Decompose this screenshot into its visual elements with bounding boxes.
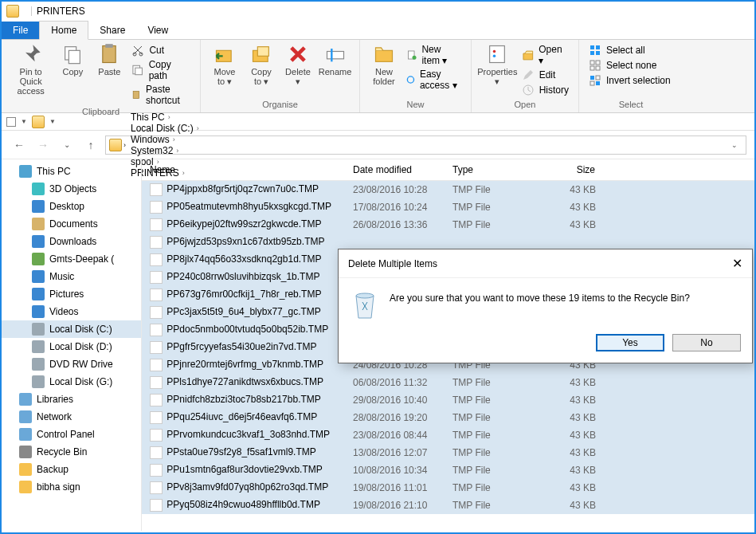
open-button[interactable]: Open ▾ [519, 43, 572, 67]
address-bar[interactable]: › This PC›Local Disk (C:)›Windows›System… [105, 135, 746, 155]
file-name: PP8jlx74qq56o33xsdknq2gb1d.TMP [166, 253, 321, 265]
file-name: PP6eikypej02ftw99szr2gkwcde.TMP [166, 218, 321, 230]
file-date: 23/08/2016 08:44 [345, 427, 445, 443]
file-row[interactable]: PPrvomkundcuc3kvaf1_3o83nhd.TMP23/08/201… [142, 426, 754, 444]
history-button[interactable]: History [519, 83, 572, 97]
file-icon [150, 446, 163, 459]
rename-button[interactable]: Rename [317, 41, 353, 78]
tree-item[interactable]: Recycle Bin [2, 443, 141, 461]
list-header[interactable]: Name Date modified Type Size [142, 159, 754, 181]
file-row[interactable]: PP4jppxb8fgr5rtj0qz7cwn7u0c.TMP23/08/201… [142, 181, 754, 198]
tree-item[interactable]: Network [2, 408, 141, 426]
tree-item[interactable]: Videos [2, 303, 141, 320]
file-date: 19/08/2016 21:10 [345, 497, 445, 513]
no-button[interactable]: No [672, 334, 741, 351]
select-none-button[interactable]: Select none [586, 58, 674, 73]
new-folder-button[interactable]: New folder [366, 41, 402, 88]
file-row[interactable]: PPu1smtn6gaf8ur3dovtie29vxb.TMP10/08/201… [142, 461, 754, 479]
svg-rect-14 [376, 50, 393, 61]
file-row[interactable]: PPv8j3amv9fd07yq8h0p62ro3qd.TMP19/08/201… [142, 479, 754, 497]
file-icon [150, 429, 163, 442]
select-all-button[interactable]: Select all [586, 43, 674, 57]
paste-shortcut-icon [131, 88, 141, 101]
breadcrumb-item[interactable]: Local Disk (C:)› [127, 123, 202, 134]
nav-tree[interactable]: This PC3D ObjectsDesktopDocumentsDownloa… [2, 159, 142, 531]
breadcrumb-item[interactable]: This PC› [127, 112, 202, 123]
tab-share[interactable]: Share [88, 22, 136, 39]
breadcrumb-item[interactable]: System32› [127, 145, 202, 156]
copy-path-button[interactable]: Copy path [128, 58, 194, 82]
tree-item[interactable]: Control Panel [2, 426, 141, 443]
column-type[interactable]: Type [445, 159, 524, 180]
file-row[interactable]: PPls1dhye727anikdtwsx6xbucs.TMP06/08/201… [142, 374, 754, 391]
back-button[interactable]: ← [10, 135, 29, 155]
tree-item[interactable]: 3D Objects [2, 180, 141, 198]
file-row[interactable]: PPqu254iuvc_d6ej5r46eavfq6.TMP28/08/2016… [142, 409, 754, 426]
file-name: PPyq508iz4h9cwuo489hffllb0d.TMP [166, 499, 320, 510]
new-folder-icon [373, 43, 395, 65]
file-name: PPc3jax5t5t9_6u4_blybx77_gc.TMP [166, 306, 320, 317]
tree-item[interactable]: Pictures [2, 285, 141, 303]
column-size[interactable]: Size [524, 159, 604, 180]
file-row[interactable]: PP05eatmutevmh8hyu5kxsgkcgd.TMP17/08/201… [142, 198, 754, 216]
invert-selection-button[interactable]: Invert selection [586, 73, 674, 88]
properties-button[interactable]: Properties ▾ [478, 41, 517, 88]
svg-rect-3 [106, 44, 113, 48]
tree-item[interactable]: Local Disk (C:) [2, 320, 141, 338]
tree-item[interactable]: Downloads [2, 233, 141, 250]
up-button[interactable]: ↑ [81, 135, 100, 155]
tab-home[interactable]: Home [39, 21, 88, 40]
tree-item[interactable]: Music [2, 268, 141, 285]
tree-item[interactable]: Desktop [2, 198, 141, 215]
tree-item-label: Local Disk (D:) [49, 341, 112, 352]
recent-locations-button[interactable]: ⌄ [57, 135, 76, 155]
tree-item-label: Recycle Bin [37, 446, 87, 457]
pin-quick-access-button[interactable]: Pin to Quick access [8, 41, 53, 97]
copy-button[interactable]: Copy [55, 41, 90, 78]
tree-item[interactable]: Backup [2, 461, 141, 478]
file-icon [150, 464, 163, 477]
folder-icon[interactable] [32, 116, 45, 128]
paste-button[interactable]: Paste [92, 41, 127, 78]
cut-button[interactable]: Cut [128, 43, 194, 57]
new-item-button[interactable]: New item ▾ [403, 43, 464, 67]
file-size: 43 KB [524, 427, 604, 443]
tree-item[interactable]: DVD RW Drive [2, 355, 141, 373]
paste-shortcut-button[interactable]: Paste shortcut [128, 83, 194, 107]
tree-item[interactable]: Local Disk (D:) [2, 338, 141, 355]
edit-button[interactable]: Edit [519, 68, 572, 82]
tab-view[interactable]: View [136, 22, 179, 39]
easy-access-button[interactable]: Easy access ▾ [403, 68, 464, 92]
file-icon [150, 376, 163, 389]
tree-item[interactable]: Libraries [2, 391, 141, 408]
delete-button[interactable]: Delete ▾ [280, 41, 315, 88]
move-to-button[interactable]: Move to ▾ [207, 41, 242, 88]
file-row[interactable]: PPyq508iz4h9cwuo489hffllb0d.TMP19/08/201… [142, 497, 754, 514]
tree-item[interactable]: This PC [2, 163, 141, 180]
group-label-new: New [366, 100, 464, 111]
tree-item[interactable]: bibha sign [2, 478, 141, 496]
column-date[interactable]: Date modified [345, 159, 445, 180]
close-icon[interactable]: ✕ [732, 256, 742, 271]
breadcrumb-item[interactable]: Windows› [127, 134, 202, 145]
dialog-title: Delete Multiple Items [348, 258, 437, 269]
file-row[interactable]: PPsta0ue79sf2y8_f5saf1vml9.TMP13/08/2016… [142, 444, 754, 461]
forward-button[interactable]: → [33, 135, 53, 155]
tree-item[interactable]: Gmts-Deepak ( [2, 250, 141, 268]
file-date: 23/08/2016 10:28 [345, 182, 445, 198]
chevron-down-icon[interactable]: ▼ [49, 118, 56, 125]
tab-file[interactable]: File [2, 22, 39, 39]
copy-to-button[interactable]: Copy to ▾ [244, 41, 279, 88]
file-row[interactable]: PP6eikypej02ftw99szr2gkwcde.TMP26/08/201… [142, 216, 754, 234]
tree-item[interactable]: Local Disk (G:) [2, 373, 141, 391]
chevron-down-icon[interactable]: ⌄ [727, 141, 742, 149]
column-name[interactable]: Name [142, 159, 345, 180]
yes-button[interactable]: Yes [596, 334, 664, 351]
lib-icon [19, 393, 32, 406]
file-row[interactable]: PPnidfch8zbzi3toc7b8sb217bb.TMP29/08/201… [142, 391, 754, 409]
chevron-down-icon[interactable]: ▼ [21, 118, 27, 125]
doc-icon [32, 218, 45, 230]
checkbox-icon[interactable] [6, 117, 16, 127]
tree-item[interactable]: Documents [2, 215, 141, 233]
copy-to-icon [250, 43, 272, 65]
